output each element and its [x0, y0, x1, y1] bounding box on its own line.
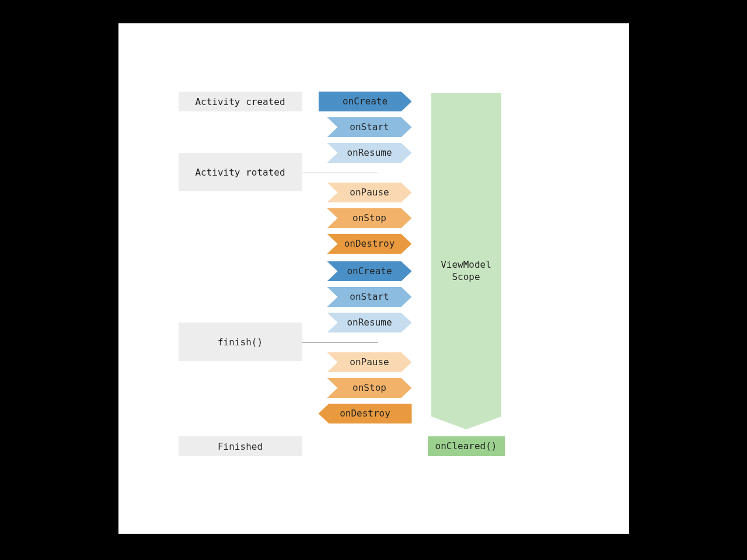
- lifecycle-onstart: onStart: [327, 287, 412, 307]
- viewmodel-scope-label: ViewModel: [441, 259, 491, 270]
- lifecycle-ondestroy: onDestroy: [327, 234, 412, 254]
- event-activity-rotated: Activity rotated: [179, 153, 302, 191]
- lifecycle-onstart: onStart: [327, 117, 412, 137]
- lifecycle-ondestroy: onDestroy: [319, 404, 412, 424]
- viewmodel-scope-arrowhead-icon: [431, 416, 501, 429]
- lifecycle-onpause: onPause: [327, 352, 412, 372]
- lifecycle-onstop: onStop: [327, 208, 412, 228]
- viewmodel-scope-label: Scope: [452, 271, 480, 282]
- lifecycle-diagram: Activity created Activity rotated finish…: [118, 23, 629, 534]
- lifecycle-onstop: onStop: [327, 378, 412, 398]
- event-activity-created: Activity created: [179, 92, 302, 111]
- event-finish: finish(): [179, 323, 302, 361]
- lifecycle-onresume: onResume: [327, 313, 412, 332]
- connector-line: [302, 342, 378, 343]
- lifecycle-oncreate: onCreate: [319, 92, 412, 111]
- connector-line: [302, 173, 378, 173]
- lifecycle-onpause: onPause: [327, 183, 412, 202]
- viewmodel-oncleared: onCleared(): [428, 436, 505, 456]
- lifecycle-onresume: onResume: [327, 143, 412, 163]
- event-finished: Finished: [179, 436, 302, 456]
- lifecycle-oncreate: onCreate: [327, 261, 412, 281]
- viewmodel-scope: ViewModel Scope: [431, 93, 501, 416]
